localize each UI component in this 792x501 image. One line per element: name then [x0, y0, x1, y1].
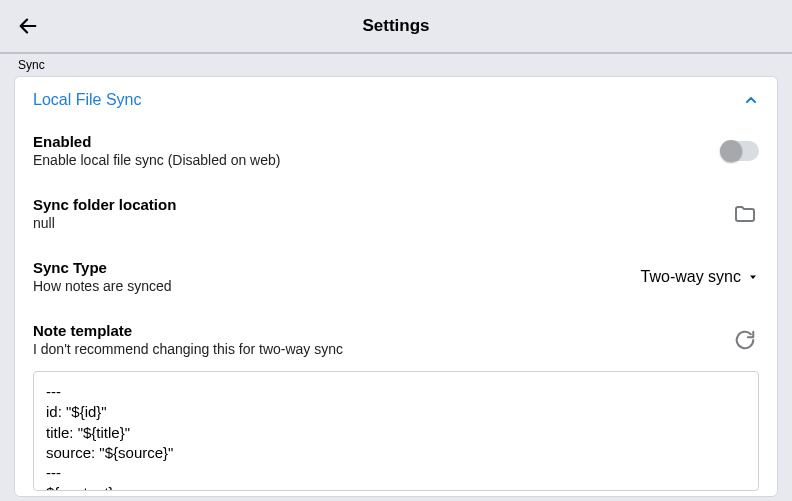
row-enabled: Enabled Enable local file sync (Disabled…: [33, 119, 759, 182]
caret-down-icon: [747, 271, 759, 283]
choose-folder-button[interactable]: [731, 200, 759, 228]
section-header[interactable]: Local File Sync: [33, 87, 759, 119]
folder-label: Sync folder location: [33, 196, 176, 213]
row-sync-type-text: Sync Type How notes are synced: [33, 259, 172, 294]
section-title: Local File Sync: [33, 91, 142, 109]
sync-type-label: Sync Type: [33, 259, 172, 276]
svg-marker-1: [750, 275, 756, 279]
collapse-button[interactable]: [743, 92, 759, 108]
folder-icon: [733, 202, 757, 226]
enabled-toggle[interactable]: [721, 141, 759, 161]
settings-panel: Local File Sync Enabled Enable local fil…: [14, 76, 778, 497]
row-enabled-text: Enabled Enable local file sync (Disabled…: [33, 133, 280, 168]
breadcrumb: Sync: [0, 54, 792, 76]
folder-value: null: [33, 215, 176, 231]
chevron-up-icon: [743, 92, 759, 108]
row-folder-text: Sync folder location null: [33, 196, 176, 231]
page-title: Settings: [0, 16, 792, 36]
row-note-template-text: Note template I don't recommend changing…: [33, 322, 343, 357]
reset-template-button[interactable]: [731, 326, 759, 354]
template-textarea[interactable]: [33, 371, 759, 491]
template-desc: I don't recommend changing this for two-…: [33, 341, 343, 357]
sync-type-dropdown[interactable]: Two-way sync: [641, 268, 759, 286]
sync-type-value: Two-way sync: [641, 268, 741, 286]
enabled-label: Enabled: [33, 133, 280, 150]
refresh-icon: [734, 329, 756, 351]
row-note-template: Note template I don't recommend changing…: [33, 308, 759, 371]
topbar: Settings: [0, 0, 792, 54]
sync-type-desc: How notes are synced: [33, 278, 172, 294]
enabled-desc: Enable local file sync (Disabled on web): [33, 152, 280, 168]
template-label: Note template: [33, 322, 343, 339]
row-folder: Sync folder location null: [33, 182, 759, 245]
toggle-knob: [720, 140, 742, 162]
back-button[interactable]: [12, 10, 44, 42]
arrow-left-icon: [17, 15, 39, 37]
row-sync-type: Sync Type How notes are synced Two-way s…: [33, 245, 759, 308]
